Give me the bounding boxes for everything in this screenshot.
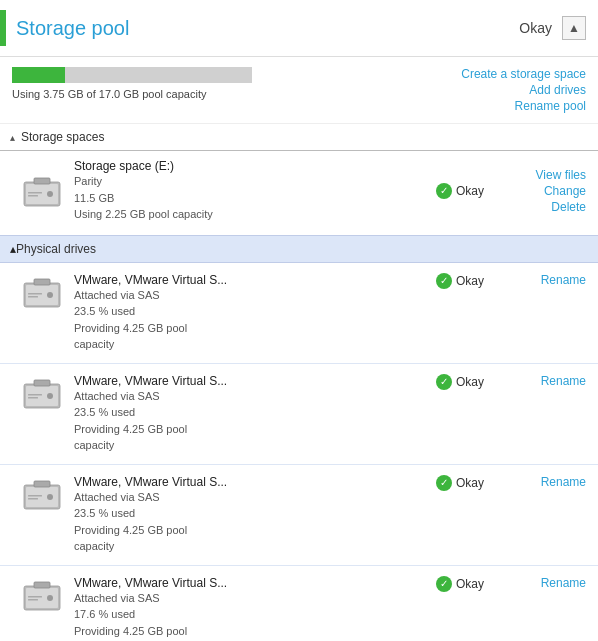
table-row: VMware, VMware Virtual S... Attached via…	[0, 263, 598, 364]
physical-drive-status-1: ✓ Okay	[436, 273, 516, 289]
storage-space-status: ✓ Okay	[436, 183, 516, 199]
add-drives-link[interactable]: Add drives	[529, 83, 586, 97]
svg-rect-4	[28, 192, 42, 194]
svg-rect-26	[34, 582, 50, 588]
physical-drive-name-2: VMware, VMware Virtual S...	[74, 374, 436, 388]
svg-rect-5	[28, 195, 38, 197]
rename-pool-link[interactable]: Rename pool	[515, 99, 586, 113]
ok-status-icon-3: ✓	[436, 475, 452, 491]
svg-rect-25	[26, 588, 58, 608]
svg-rect-17	[28, 397, 38, 399]
create-storage-space-link[interactable]: Create a storage space	[461, 67, 586, 81]
header: Storage pool Okay ▲	[0, 0, 598, 57]
svg-point-15	[47, 393, 53, 399]
physical-drives-section: ▴ Physical drives VMware, VMware Virtual…	[0, 235, 598, 642]
physical-drive-detail-1: Attached via SAS 23.5 % used Providing 4…	[74, 287, 436, 353]
pool-progress-fill	[12, 67, 65, 83]
svg-point-21	[47, 494, 53, 500]
rename-drive-4-link[interactable]: Rename	[541, 576, 586, 590]
pool-usage-left: Using 3.75 GB of 17.0 GB pool capacity	[12, 67, 252, 101]
table-row: VMware, VMware Virtual S... Attached via…	[0, 465, 598, 566]
storage-spaces-triangle: ▴	[10, 132, 15, 143]
physical-drive-info-3: VMware, VMware Virtual S... Attached via…	[74, 475, 436, 555]
svg-point-9	[47, 292, 53, 298]
physical-drive-status-3: ✓ Okay	[436, 475, 516, 491]
physical-drive-name-3: VMware, VMware Virtual S...	[74, 475, 436, 489]
physical-drives-header[interactable]: ▴ Physical drives	[0, 236, 598, 263]
storage-space-detail: Parity 11.5 GB Using 2.25 GB pool capaci…	[74, 173, 436, 223]
storage-spaces-section: ▴ Storage spaces Storage space (E:) Pari…	[0, 124, 598, 235]
pool-usage-text: Using 3.75 GB of 17.0 GB pool capacity	[12, 88, 206, 100]
storage-space-name: Storage space (E:)	[74, 159, 436, 173]
view-files-link[interactable]: View files	[536, 168, 586, 182]
svg-rect-14	[34, 380, 50, 386]
header-accent	[0, 10, 6, 46]
physical-drive-status-2: ✓ Okay	[436, 374, 516, 390]
physical-drive-actions-4: Rename	[516, 576, 586, 590]
svg-rect-16	[28, 394, 42, 396]
pool-actions: Create a storage space Add drives Rename…	[461, 67, 586, 113]
svg-point-27	[47, 595, 53, 601]
collapse-button[interactable]: ▲	[562, 16, 586, 40]
physical-drive-actions-3: Rename	[516, 475, 586, 489]
physical-drive-info-2: VMware, VMware Virtual S... Attached via…	[74, 374, 436, 454]
page-title: Storage pool	[16, 17, 519, 40]
physical-drive-info-4: VMware, VMware Virtual S... Attached via…	[74, 576, 436, 642]
storage-space-actions: View files Change Delete	[516, 168, 586, 214]
rename-drive-3-link[interactable]: Rename	[541, 475, 586, 489]
svg-rect-19	[26, 487, 58, 507]
ok-status-icon-4: ✓	[436, 576, 452, 592]
svg-rect-22	[28, 495, 42, 497]
table-row: VMware, VMware Virtual S... Attached via…	[0, 566, 598, 642]
physical-drive-detail-4: Attached via SAS 17.6 % used Providing 4…	[74, 590, 436, 642]
svg-rect-13	[26, 386, 58, 406]
physical-drive-info-1: VMware, VMware Virtual S... Attached via…	[74, 273, 436, 353]
storage-space-item: Storage space (E:) Parity 11.5 GB Using …	[0, 151, 598, 231]
physical-drive-name-1: VMware, VMware Virtual S...	[74, 273, 436, 287]
storage-spaces-header[interactable]: ▴ Storage spaces	[0, 124, 598, 150]
svg-rect-29	[28, 599, 38, 601]
rename-drive-2-link[interactable]: Rename	[541, 374, 586, 388]
pool-usage-section: Using 3.75 GB of 17.0 GB pool capacity C…	[0, 57, 598, 124]
svg-rect-2	[34, 178, 50, 184]
svg-rect-10	[28, 293, 42, 295]
svg-rect-28	[28, 596, 42, 598]
svg-point-3	[47, 191, 53, 197]
pool-progress-bar	[12, 67, 252, 83]
storage-space-info: Storage space (E:) Parity 11.5 GB Using …	[74, 159, 436, 223]
physical-drive-actions-1: Rename	[516, 273, 586, 287]
svg-rect-8	[34, 279, 50, 285]
svg-rect-23	[28, 498, 38, 500]
header-status: Okay	[519, 20, 552, 36]
physical-drive-actions-2: Rename	[516, 374, 586, 388]
physical-drive-name-4: VMware, VMware Virtual S...	[74, 576, 436, 590]
change-link[interactable]: Change	[544, 184, 586, 198]
physical-drive-icon-3	[20, 475, 64, 513]
svg-rect-1	[26, 184, 58, 204]
ok-status-icon: ✓	[436, 183, 452, 199]
svg-rect-20	[34, 481, 50, 487]
delete-link[interactable]: Delete	[551, 200, 586, 214]
storage-spaces-label: Storage spaces	[21, 130, 104, 144]
svg-rect-7	[26, 285, 58, 305]
svg-rect-11	[28, 296, 38, 298]
table-row: VMware, VMware Virtual S... Attached via…	[0, 364, 598, 465]
storage-space-drive-icon	[20, 172, 64, 210]
physical-drives-label: Physical drives	[16, 242, 96, 256]
physical-drive-icon-2	[20, 374, 64, 412]
ok-status-icon-1: ✓	[436, 273, 452, 289]
physical-drive-icon-4	[20, 576, 64, 614]
chevron-up-icon: ▲	[568, 21, 580, 35]
ok-status-icon-2: ✓	[436, 374, 452, 390]
physical-drive-status-4: ✓ Okay	[436, 576, 516, 592]
rename-drive-1-link[interactable]: Rename	[541, 273, 586, 287]
physical-drive-detail-2: Attached via SAS 23.5 % used Providing 4…	[74, 388, 436, 454]
physical-drive-icon-1	[20, 273, 64, 311]
physical-drive-detail-3: Attached via SAS 23.5 % used Providing 4…	[74, 489, 436, 555]
